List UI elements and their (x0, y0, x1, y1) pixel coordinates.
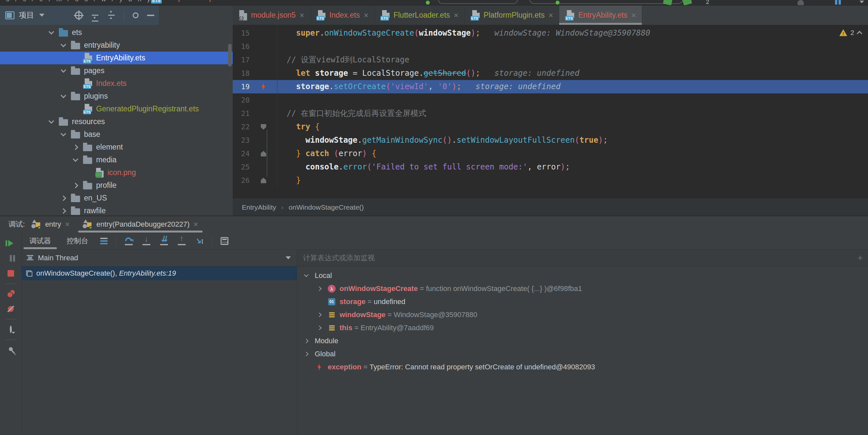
variable-Global[interactable]: Global (297, 347, 868, 361)
hide-panel-icon[interactable] (147, 15, 154, 16)
code-line-18[interactable]: 18 let storage = LocalStorage.getShared(… (233, 67, 868, 80)
gutter[interactable] (250, 107, 277, 120)
tree-item-element[interactable]: element (0, 141, 233, 154)
gutter[interactable] (250, 134, 277, 147)
tree-item-pages[interactable]: pages (0, 64, 233, 77)
code-line-17[interactable]: 17// 设置viewId到LocalStorage (233, 53, 868, 67)
tree-chevron-icon[interactable] (304, 339, 309, 343)
tree-chevron-icon[interactable] (317, 326, 321, 330)
tree-chevron-icon[interactable] (73, 156, 79, 162)
editor-tab-FlutterLoader.ets[interactable]: FlutterLoader.ets (374, 5, 465, 25)
breadcrumb-item[interactable]: onWindowStageCreate() (288, 203, 364, 211)
force-step-into-icon[interactable]: ⇊ (159, 237, 168, 245)
editor-tab-PlatformPlugin.ets[interactable]: PlatformPlugin.ets (465, 5, 559, 25)
expand-all-icon[interactable] (92, 15, 98, 16)
tree-chevron-icon[interactable] (61, 93, 66, 98)
code-line-26[interactable]: 26 } (233, 174, 868, 187)
inspection-widget[interactable]: 2 (839, 29, 862, 37)
step-out-icon[interactable]: ↑ (177, 237, 186, 245)
run-icon[interactable] (663, 0, 672, 5)
settings-icon[interactable] (10, 327, 12, 332)
add-watch-icon[interactable] (858, 254, 863, 263)
code-line-20[interactable]: 20 (233, 93, 868, 107)
gutter[interactable] (250, 53, 277, 67)
tree-chevron-icon[interactable] (61, 41, 66, 47)
close-icon[interactable] (631, 11, 636, 19)
collapse-all-icon[interactable] (108, 15, 115, 16)
evaluate-expression-icon[interactable] (221, 237, 228, 245)
layout-lines-icon[interactable] (100, 238, 107, 244)
gear-icon[interactable] (133, 12, 138, 18)
variable-onWindowStageCreate[interactable]: onWindowStageCreate = function onWindowS… (297, 282, 868, 295)
step-into-icon[interactable]: ↓ (142, 237, 151, 245)
tree-chevron-icon[interactable] (317, 287, 321, 291)
tree-chevron-icon[interactable] (61, 131, 66, 136)
tree-item-media[interactable]: media (0, 154, 233, 166)
gutter[interactable] (250, 120, 277, 134)
tab-控制台[interactable]: 控制台 (59, 233, 96, 249)
tree-item-entryability[interactable]: entryability (0, 39, 233, 52)
gutter[interactable] (250, 160, 277, 174)
tree-item-icon.png[interactable]: icon.png (0, 166, 233, 179)
tree-chevron-icon[interactable] (73, 144, 79, 150)
code-line-16[interactable]: 16 (233, 40, 868, 53)
fold-marker-icon[interactable] (261, 151, 266, 157)
tree-chevron-icon[interactable] (61, 208, 66, 213)
close-icon[interactable] (454, 11, 459, 19)
gutter[interactable] (250, 67, 277, 80)
debug-tab-entry(PandaDebugger20227)[interactable]: entry(PandaDebugger20227) (76, 216, 205, 233)
gutter[interactable] (250, 80, 277, 93)
gutter[interactable] (250, 93, 277, 107)
variable-storage[interactable]: storage = undefined (297, 295, 868, 308)
gutter[interactable] (250, 27, 277, 40)
chevron-down-icon[interactable] (860, 1, 864, 3)
close-icon[interactable] (548, 11, 553, 19)
variable-windowStage[interactable]: windowStage = WindowStage@35907880 (297, 308, 868, 321)
thread-selector[interactable]: Main Thread (22, 249, 297, 266)
watch-input[interactable]: 计算表达式或添加监视 (297, 249, 868, 266)
variable-Local[interactable]: Local (297, 269, 868, 282)
variable-exception[interactable]: exception = TypeError: Cannot read prope… (297, 361, 868, 374)
debug-tab-entry[interactable]: entry (25, 216, 76, 233)
step-over-icon[interactable] (124, 237, 133, 245)
tree-item-rawfile[interactable]: rawfile (0, 204, 233, 215)
pause-output-icon[interactable] (835, 0, 837, 5)
code-line-21[interactable]: 21// 在窗口初始化完成后再设置全屏模式 (233, 107, 868, 120)
tree-item-EntryAbility.ets[interactable]: EntryAbility.ets (0, 52, 233, 64)
tree-scrollbar[interactable] (228, 44, 232, 67)
code-area[interactable]: 2 15 super.onWindowStageCreate(windowSta… (233, 25, 868, 199)
tree-chevron-icon[interactable] (317, 312, 321, 317)
close-icon[interactable] (65, 221, 70, 228)
gutter[interactable] (250, 147, 277, 160)
tree-item-resources[interactable]: resources (0, 115, 233, 128)
tree-item-Index.ets[interactable]: Index.ets (0, 77, 233, 90)
resume-icon[interactable] (8, 240, 13, 246)
pin-icon[interactable] (8, 346, 13, 352)
mute-breakpoints-icon[interactable] (8, 306, 14, 312)
chevron-up-icon[interactable] (857, 31, 863, 36)
debug-icon[interactable] (682, 0, 692, 5)
tree-item-en_US[interactable]: en_US (0, 192, 233, 204)
stop-icon[interactable] (7, 270, 14, 277)
tree-item-base[interactable]: base (0, 128, 233, 141)
profiler-icon[interactable] (798, 0, 804, 5)
tree-item-plugins[interactable]: plugins (0, 90, 233, 103)
tree-chevron-icon[interactable] (49, 118, 54, 124)
tree-chevron-icon[interactable] (49, 29, 54, 34)
tree-item-profile[interactable]: profile (0, 179, 233, 192)
device-selector[interactable] (529, 0, 683, 4)
tree-chevron-icon[interactable] (304, 272, 309, 277)
code-line-15[interactable]: 15 super.onWindowStageCreate(windowStage… (233, 27, 868, 40)
editor-tab-Index.ets[interactable]: Index.ets (310, 5, 374, 25)
editor-tab-module.json5[interactable]: module.json5 (233, 5, 310, 25)
locate-file-icon[interactable] (75, 11, 83, 19)
gutter[interactable] (250, 40, 277, 53)
variable-Module[interactable]: Module (297, 334, 868, 347)
tree-item-ets[interactable]: ets (0, 26, 233, 39)
chevron-down-icon[interactable] (286, 256, 291, 259)
fold-marker-icon[interactable] (261, 178, 266, 183)
tree-chevron-icon[interactable] (73, 182, 79, 188)
code-line-22[interactable]: 22 try { (233, 120, 868, 134)
tree-item-GeneratedPluginRegistrant.ets[interactable]: GeneratedPluginRegistrant.ets (0, 103, 233, 115)
code-line-23[interactable]: 23 windowStage.getMainWindowSync().setWi… (233, 134, 868, 147)
